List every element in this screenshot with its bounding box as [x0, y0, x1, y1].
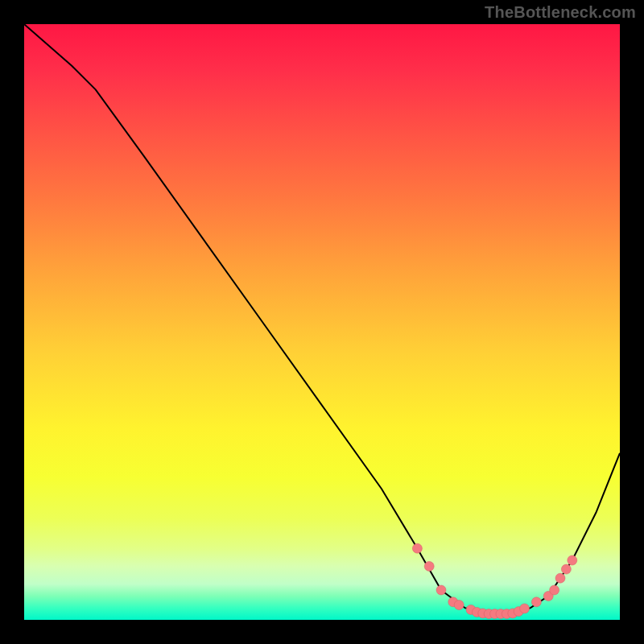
- highlight-dot: [561, 564, 571, 574]
- highlight-dot: [531, 597, 541, 607]
- highlight-dot: [568, 555, 577, 565]
- highlight-dot: [412, 543, 422, 553]
- plot-area: [24, 24, 620, 620]
- chart-svg: [24, 24, 620, 620]
- highlight-dot: [424, 561, 434, 571]
- curve-path: [24, 24, 620, 614]
- highlight-dot: [454, 601, 464, 610]
- watermark-text: TheBottleneck.com: [485, 3, 636, 22]
- highlight-dot: [555, 573, 565, 583]
- highlight-dot: [550, 585, 559, 595]
- highlight-dot: [436, 585, 446, 595]
- chart-frame: TheBottleneck.com: [0, 0, 644, 644]
- highlight-dot: [520, 604, 530, 613]
- highlight-dots: [412, 543, 576, 618]
